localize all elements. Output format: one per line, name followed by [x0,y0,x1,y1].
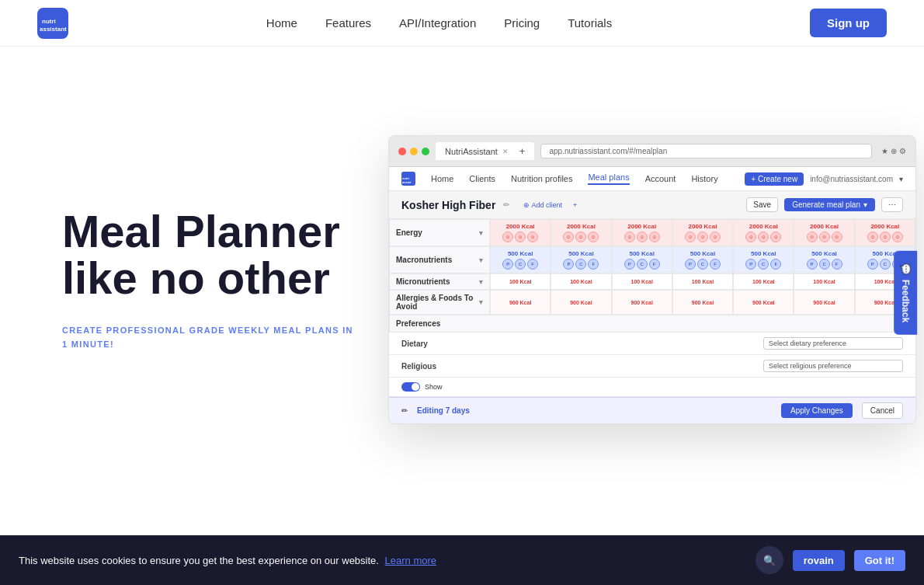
generate-meal-plan-button[interactable]: Generate meal plan ▾ [784,198,875,211]
browser-tab[interactable]: NutriAssistant ✕ + [436,142,534,160]
nav-home[interactable]: Home [266,16,297,30]
religious-dropdown[interactable]: Select religious preference [763,360,903,372]
save-button[interactable]: Save [746,197,778,212]
meal-dot: ☺ [819,232,830,242]
energy-cell-mon[interactable]: 2000 Kcal ☺ ☺ ☺ [490,219,551,246]
micro-cell-sat[interactable]: 100 Kcal [794,273,854,290]
macro-dots-sat: P C F [807,259,842,270]
dietary-row: Dietary Select dietary preference [389,333,915,355]
create-new-button[interactable]: + Create new [745,172,804,186]
micronutrients-chevron-icon: ▾ [479,278,483,286]
energy-kcal-sat: 2000 Kcal [810,223,839,230]
macro-dot: C [880,259,891,270]
allergies-section: Allergies & Foods To Avoid ▾ 900 Kcal 90… [389,290,915,315]
plan-title-actions: Save Generate meal plan ▾ ⋯ [746,197,903,212]
allergy-kcal-sat: 900 Kcal [813,300,835,305]
allergy-cell-wed[interactable]: 900 Kcal [612,290,672,315]
editing-label: Editing 7 days [417,406,470,415]
micro-cell-wed[interactable]: 100 Kcal [612,273,672,290]
app-nav-mealplans[interactable]: Meal plans [588,172,629,185]
allergies-label: Allergies & Foods To Avoid [396,294,479,311]
micronutrients-header[interactable]: Micronutrients ▾ [389,273,490,290]
app-nav-nutrition[interactable]: Nutrition profiles [511,174,572,183]
plan-name: Kosher High Fiber [401,199,495,211]
allergies-header[interactable]: Allergies & Foods To Avoid ▾ [389,290,490,315]
nav-api[interactable]: API/Integration [399,16,476,30]
hero-image-wrap: NutriAssistant ✕ + app.nutriassistant.co… [388,135,916,424]
learn-more-link[interactable]: Learn more [385,555,436,566]
micro-cell-fri[interactable]: 100 Kcal [733,273,794,290]
meal-dot: ☺ [624,232,635,242]
macro-cell-mon[interactable]: 500 Kcal P C F [490,246,551,273]
planner-area: Energy ▾ 2000 Kcal ☺ ☺ ☺ 2000 Kcal [389,219,915,423]
macro-cell-tue[interactable]: 500 Kcal P C F [551,246,611,273]
macronutrients-header[interactable]: Macronutrients ▾ [389,246,490,273]
energy-cell-wed[interactable]: 2000 Kcal ☺ ☺ ☺ [612,219,672,246]
energy-cell-sat[interactable]: 2000 Kcal ☺ ☺ ☺ [794,219,854,246]
cancel-button[interactable]: Cancel [862,402,903,419]
allergy-cell-tue[interactable]: 900 Kcal [551,290,611,315]
nav-features[interactable]: Features [325,16,371,30]
toggle-switch[interactable] [401,382,420,392]
app-nav-clients[interactable]: Clients [469,174,495,183]
allergy-cell-sat[interactable]: 900 Kcal [794,290,854,315]
edit-plan-name-icon[interactable]: ✏ [503,200,509,209]
macro-dot: C [758,259,769,270]
micro-cell-mon[interactable]: 100 Kcal [490,273,551,290]
got-it-button[interactable]: Got it! [854,550,905,571]
preferences-header[interactable]: Preferences ▴ [389,315,915,333]
new-tab-icon[interactable]: + [519,145,526,157]
allergy-kcal-mon: 900 Kcal [509,300,531,305]
energy-kcal-tue: 2000 Kcal [567,223,596,230]
apply-changes-button[interactable]: Apply Changes [781,403,853,418]
macro-dots-thu: P C F [685,259,721,270]
macro-cell-wed[interactable]: 500 Kcal P C F [612,246,672,273]
religious-row: Religious Select religious preference [389,355,915,378]
hero-heading: Meal Planner like no other [62,208,357,303]
plan-title-bar: Kosher High Fiber ✏ ⊕ Add client + Save … [389,191,915,219]
energy-cell-fri[interactable]: 2000 Kcal ☺ ☺ ☺ [733,219,794,246]
energy-cell-sun[interactable]: 2000 Kcal ☺ ☺ ☺ [855,219,915,246]
allergy-cell-thu[interactable]: 900 Kcal [672,290,733,315]
micro-cell-thu[interactable]: 100 Kcal [672,273,733,290]
micro-kcal-mon: 100 Kcal [509,279,531,284]
tab-close-icon[interactable]: ✕ [502,148,509,155]
app-nav-account[interactable]: Account [645,174,676,183]
app-nav-home[interactable]: Home [431,174,453,183]
energy-cell-thu[interactable]: 2000 Kcal ☺ ☺ ☺ [672,219,733,246]
browser-controls: ★ ⊕ ⚙ [881,147,906,155]
app-nav-history[interactable]: History [691,174,717,183]
signup-button[interactable]: Sign up [810,9,887,37]
micro-cell-tue[interactable]: 100 Kcal [551,273,611,290]
allergy-kcal-tue: 900 Kcal [570,300,592,305]
energy-chevron-icon: ▾ [479,229,483,237]
energy-kcal-wed: 2000 Kcal [627,223,656,230]
add-client-button[interactable]: ⊕ Add client [523,201,562,209]
allergies-chevron-icon: ▾ [479,298,483,306]
add-client-plus-icon[interactable]: + [573,201,577,209]
url-bar[interactable]: app.nutriassistant.com/#/mealplan [540,144,872,158]
macro-cell-sat[interactable]: 500 Kcal P C F [794,246,854,273]
rovain-badge[interactable]: rovain [793,550,845,571]
dietary-dropdown[interactable]: Select dietary preference [763,337,903,350]
energy-header[interactable]: Energy ▾ [389,219,490,246]
macro-kcal-fri: 500 Kcal [751,250,776,257]
allergy-kcal-thu: 900 Kcal [692,300,714,305]
nav-pricing[interactable]: Pricing [504,16,540,30]
macro-kcal-thu: 500 Kcal [690,250,715,257]
macro-cell-thu[interactable]: 500 Kcal P C F [672,246,733,273]
user-chevron-icon[interactable]: ▾ [899,175,903,183]
logo-link[interactable]: nutri assistant [37,8,68,39]
nav-tutorials[interactable]: Tutorials [568,16,612,30]
energy-cell-tue[interactable]: 2000 Kcal ☺ ☺ ☺ [551,219,611,246]
micro-kcal-thu: 100 Kcal [692,279,714,284]
app-nav: nutri assist Home Clients Nutrition prof… [389,167,915,191]
macro-cell-fri[interactable]: 500 Kcal P C F [733,246,794,273]
editing-bar: ✏ Editing 7 days Apply Changes Cancel [389,397,915,423]
allergy-cell-fri[interactable]: 900 Kcal [733,290,794,315]
cookie-search-icon[interactable]: 🔍 [756,546,783,574]
allergy-cell-mon[interactable]: 900 Kcal [490,290,551,315]
feedback-button[interactable]: 💬 Feedback [894,250,917,334]
preferences-label: Preferences [396,319,440,328]
more-actions-button[interactable]: ⋯ [881,197,903,212]
